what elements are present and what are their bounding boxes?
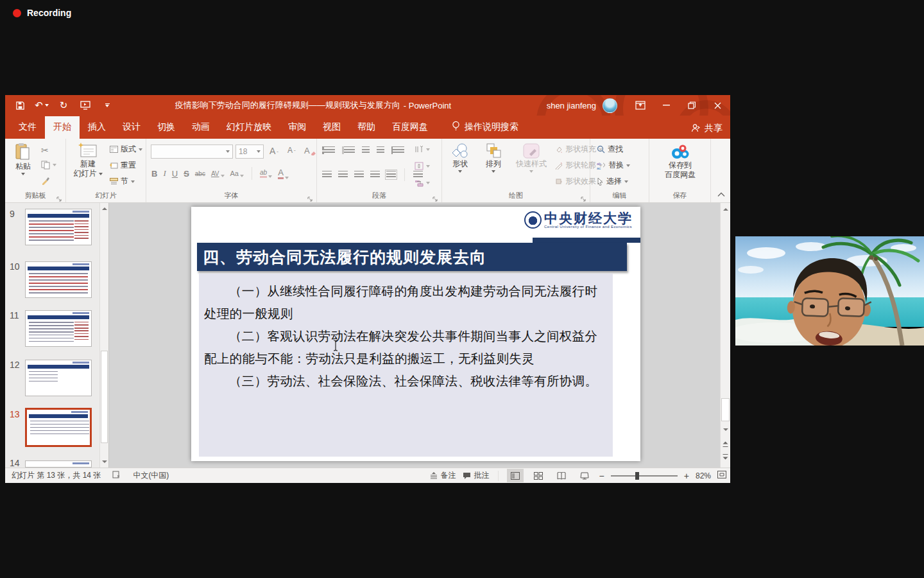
zoom-level[interactable]: 82% bbox=[696, 471, 711, 480]
minimize-button[interactable] bbox=[653, 95, 679, 116]
save-to-baidu-button[interactable]: 保存到 百度网盘 bbox=[660, 143, 701, 180]
justify-icon[interactable] bbox=[370, 171, 380, 179]
share-button[interactable]: 共享 bbox=[691, 123, 723, 134]
tab-insert[interactable]: 插入 bbox=[80, 116, 114, 139]
quick-styles-button[interactable]: 快速样式 bbox=[511, 143, 551, 173]
tab-help[interactable]: 帮助 bbox=[349, 116, 384, 139]
decrease-indent-icon[interactable] bbox=[362, 146, 370, 154]
save-icon[interactable] bbox=[14, 100, 26, 111]
find-button[interactable]: 查找 bbox=[597, 144, 623, 155]
new-slide-button[interactable]: 新建 幻灯片 bbox=[69, 143, 107, 179]
font-size-combo[interactable]: 18 bbox=[235, 144, 264, 159]
thumbnail-slide-13[interactable] bbox=[25, 408, 92, 447]
zoom-out-button[interactable]: − bbox=[599, 471, 604, 481]
align-text-button[interactable] bbox=[415, 162, 430, 170]
align-left-icon[interactable] bbox=[322, 171, 332, 179]
slide-title[interactable]: 四、劳动合同无法履行的规则发展去向 bbox=[197, 243, 627, 271]
webcam-video[interactable] bbox=[735, 236, 924, 346]
format-painter-button[interactable] bbox=[41, 176, 50, 185]
tab-view[interactable]: 视图 bbox=[314, 116, 349, 139]
zoom-in-button[interactable]: + bbox=[684, 471, 689, 481]
next-slide-icon[interactable] bbox=[721, 452, 730, 461]
cut-button[interactable]: ✂ bbox=[41, 145, 49, 155]
arrange-button[interactable]: 排列 bbox=[478, 143, 509, 173]
paragraph-dialog-launcher[interactable] bbox=[432, 193, 439, 200]
clipboard-dialog-launcher[interactable] bbox=[56, 193, 63, 200]
text-direction-button[interactable] bbox=[415, 145, 430, 153]
main-scrollbar[interactable] bbox=[720, 203, 730, 468]
thumbnail-slide-10[interactable] bbox=[25, 261, 92, 298]
tab-review[interactable]: 审阅 bbox=[280, 116, 314, 139]
align-right-icon[interactable] bbox=[354, 171, 364, 179]
increase-indent-icon[interactable] bbox=[377, 146, 384, 154]
start-slideshow-icon[interactable] bbox=[80, 100, 91, 111]
close-button[interactable] bbox=[705, 95, 730, 116]
previous-slide-icon[interactable] bbox=[721, 439, 730, 448]
columns-icon[interactable] bbox=[413, 171, 423, 179]
tab-transitions[interactable]: 切换 bbox=[149, 116, 184, 139]
section-button[interactable]: 节 bbox=[110, 176, 135, 187]
ribbon-display-options-icon[interactable] bbox=[628, 95, 653, 116]
accessibility-check-icon[interactable] bbox=[112, 471, 121, 480]
drawing-dialog-launcher[interactable] bbox=[581, 193, 587, 200]
zoom-slider[interactable] bbox=[611, 475, 678, 477]
font-dialog-launcher[interactable] bbox=[307, 193, 314, 200]
font-name-combo[interactable] bbox=[151, 144, 233, 159]
tab-slideshow[interactable]: 幻灯片放映 bbox=[218, 116, 280, 139]
tab-animations[interactable]: 动画 bbox=[184, 116, 218, 139]
thumbnail-slide-9[interactable] bbox=[25, 209, 92, 245]
paste-button[interactable]: 粘贴 bbox=[9, 143, 37, 175]
tab-design[interactable]: 设计 bbox=[114, 116, 149, 139]
tell-me-search[interactable]: 操作说明搜索 bbox=[445, 116, 525, 139]
thumbnail-slide-12[interactable] bbox=[25, 360, 92, 396]
replace-button[interactable]: abac 替换 bbox=[597, 160, 630, 171]
slideshow-view-button[interactable] bbox=[576, 469, 593, 482]
main-scrollbar-thumb[interactable] bbox=[721, 398, 730, 421]
strikethrough-button[interactable]: S bbox=[184, 169, 189, 179]
thumbnail-slide-11[interactable] bbox=[25, 310, 92, 347]
bold-button[interactable]: B bbox=[151, 169, 157, 179]
zoom-slider-thumb[interactable] bbox=[635, 472, 639, 480]
line-spacing-icon[interactable] bbox=[391, 146, 404, 154]
shapes-button[interactable]: 形状 bbox=[445, 143, 475, 173]
reset-button[interactable]: 重置 bbox=[110, 160, 136, 171]
change-case-button[interactable]: Aa bbox=[230, 170, 244, 177]
copy-button[interactable] bbox=[41, 161, 56, 170]
slide-body-textbox[interactable]: （一）从继续性合同履行障碍的角度出发构建劳动合同无法履行时处理的一般规则 （二）… bbox=[199, 274, 613, 457]
slide-sorter-view-button[interactable] bbox=[530, 469, 547, 482]
shrink-font-button[interactable]: Aˇ bbox=[287, 146, 296, 155]
bullets-icon[interactable] bbox=[322, 146, 335, 154]
font-color-button[interactable]: A bbox=[278, 168, 289, 179]
language-indicator[interactable]: 中文(中国) bbox=[133, 470, 169, 481]
text-shadow-button[interactable]: abc bbox=[195, 170, 205, 177]
scroll-up-icon[interactable] bbox=[100, 204, 108, 213]
align-center-icon[interactable] bbox=[338, 171, 348, 179]
underline-button[interactable]: U bbox=[172, 169, 178, 179]
scroll-down-icon[interactable] bbox=[100, 457, 108, 466]
title-bar[interactable]: ↶ ↻ 疫情影响下劳动合同的履行障碍规则——规则现状与发展方向 - PowerP… bbox=[5, 95, 730, 116]
thumbnail-scrollbar[interactable] bbox=[99, 203, 108, 468]
tab-baidu-netdisk[interactable]: 百度网盘 bbox=[384, 116, 436, 139]
undo-icon[interactable]: ↶ bbox=[36, 100, 47, 111]
highlight-color-button[interactable]: ab bbox=[260, 169, 272, 178]
redo-icon[interactable]: ↻ bbox=[58, 100, 69, 111]
user-avatar[interactable] bbox=[603, 98, 617, 113]
slide-counter[interactable]: 幻灯片 第 13 张，共 14 张 bbox=[12, 470, 101, 481]
customize-qat-icon[interactable] bbox=[101, 100, 113, 111]
scroll-up-icon[interactable] bbox=[721, 204, 730, 213]
reading-view-button[interactable] bbox=[553, 469, 570, 482]
layout-button[interactable]: 版式 bbox=[110, 144, 142, 155]
italic-button[interactable]: I bbox=[163, 168, 166, 179]
numbering-icon[interactable] bbox=[342, 146, 355, 154]
normal-view-button[interactable] bbox=[507, 469, 524, 482]
select-button[interactable]: 选择 bbox=[597, 176, 628, 187]
comments-button[interactable]: 批注 bbox=[463, 470, 490, 481]
smartart-button[interactable] bbox=[415, 179, 430, 187]
notes-button[interactable]: 备注 bbox=[430, 470, 456, 481]
fit-to-window-icon[interactable] bbox=[717, 471, 726, 480]
collapse-ribbon-button[interactable] bbox=[717, 188, 725, 200]
restore-button[interactable] bbox=[679, 95, 705, 116]
scroll-down-icon[interactable] bbox=[721, 425, 730, 434]
slide-canvas[interactable]: 中央财经大学 Central University of Finance and… bbox=[191, 207, 640, 461]
character-spacing-button[interactable]: AV bbox=[211, 170, 225, 177]
